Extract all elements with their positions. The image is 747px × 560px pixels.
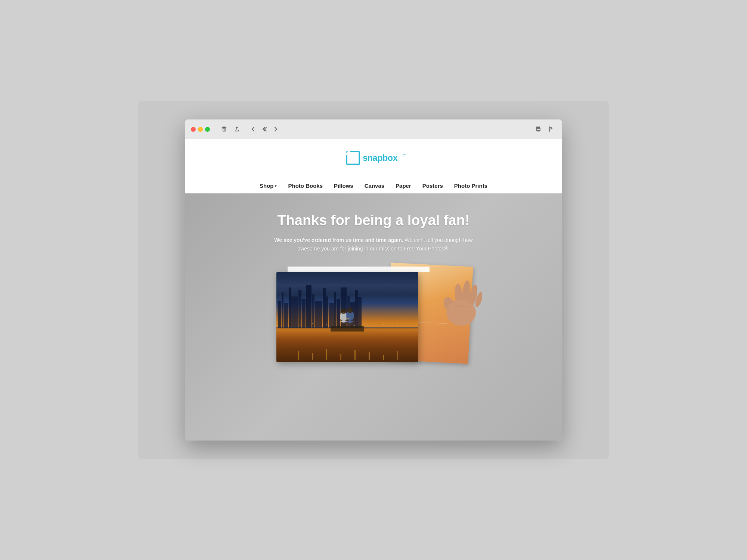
nav-shop-arrow: ▸ — [275, 183, 277, 188]
nav-shop[interactable]: Shop ▸ — [260, 183, 277, 189]
hero-text-container: Thanks for being a loyal fan! We see you… — [269, 212, 478, 253]
svg-rect-2 — [536, 127, 540, 128]
nav-photo-prints[interactable]: Photo Prints — [454, 183, 487, 189]
svg-point-13 — [446, 299, 475, 326]
browser-toolbar-left — [219, 124, 242, 134]
nav-paper[interactable]: Paper — [396, 183, 411, 189]
svg-text:™: ™ — [403, 153, 406, 157]
nav-posters-label: Posters — [422, 183, 443, 189]
close-button[interactable] — [191, 127, 196, 132]
nav-photo-books[interactable]: Photo Books — [288, 183, 323, 189]
svg-point-16 — [341, 309, 346, 314]
photo-city-scene — [276, 272, 418, 362]
minimize-button[interactable] — [198, 127, 203, 132]
nav-photo-prints-label: Photo Prints — [454, 183, 487, 189]
site-navigation: Shop ▸ Photo Books Pillows Canvas Paper — [185, 178, 562, 193]
photo-front — [276, 272, 418, 362]
site-header: snapbox ™ Shop ▸ Photo Books Pill — [185, 139, 562, 193]
nav-photo-books-label: Photo Books — [288, 183, 323, 189]
nav-pillows-label: Pillows — [334, 183, 353, 189]
hero-title: Thanks for being a loyal fan! — [269, 212, 478, 229]
website-content: snapbox ™ Shop ▸ Photo Books Pill — [185, 139, 562, 441]
svg-rect-4 — [347, 152, 359, 164]
flag-button[interactable] — [546, 124, 556, 134]
browser-window: snapbox ™ Shop ▸ Photo Books Pill — [185, 119, 562, 441]
share-button[interactable] — [232, 124, 242, 134]
water-overlay — [276, 328, 418, 362]
hero-section: Thanks for being a loyal fan! We see you… — [185, 193, 562, 441]
back-button[interactable] — [248, 124, 258, 134]
hero-subtitle-bold: We see you've ordered from us time and t… — [274, 237, 403, 243]
nav-canvas-label: Canvas — [365, 183, 384, 189]
maximize-button[interactable] — [205, 127, 210, 132]
svg-point-18 — [347, 308, 353, 313]
photos-illustration — [265, 265, 482, 365]
navigation-buttons — [248, 124, 281, 134]
desktop-background: snapbox ™ Shop ▸ Photo Books Pill — [138, 101, 609, 459]
svg-text:snapbox: snapbox — [363, 153, 397, 163]
hand-icon — [437, 276, 482, 328]
nav-shop-label: Shop — [260, 183, 274, 189]
svg-rect-3 — [537, 130, 540, 131]
logo-container[interactable]: snapbox ™ — [340, 148, 407, 170]
photo-top-white — [288, 267, 430, 272]
back-multi-button[interactable] — [259, 124, 270, 134]
print-button[interactable] — [533, 124, 543, 134]
forward-button[interactable] — [270, 124, 281, 134]
browser-toolbar-right — [533, 124, 556, 134]
nav-posters[interactable]: Posters — [422, 183, 443, 189]
couple-silhouette — [331, 305, 364, 332]
browser-titlebar — [185, 119, 562, 139]
svg-rect-0 — [223, 127, 225, 127]
svg-rect-14 — [331, 326, 364, 332]
svg-rect-1 — [222, 127, 226, 128]
browser-chrome — [185, 119, 562, 139]
nav-paper-label: Paper — [396, 183, 411, 189]
nav-pillows[interactable]: Pillows — [334, 183, 353, 189]
hero-subtitle: We see you've ordered from us time and t… — [269, 236, 478, 254]
nav-canvas[interactable]: Canvas — [365, 183, 384, 189]
traffic-lights — [191, 127, 210, 132]
delete-button[interactable] — [219, 124, 229, 134]
